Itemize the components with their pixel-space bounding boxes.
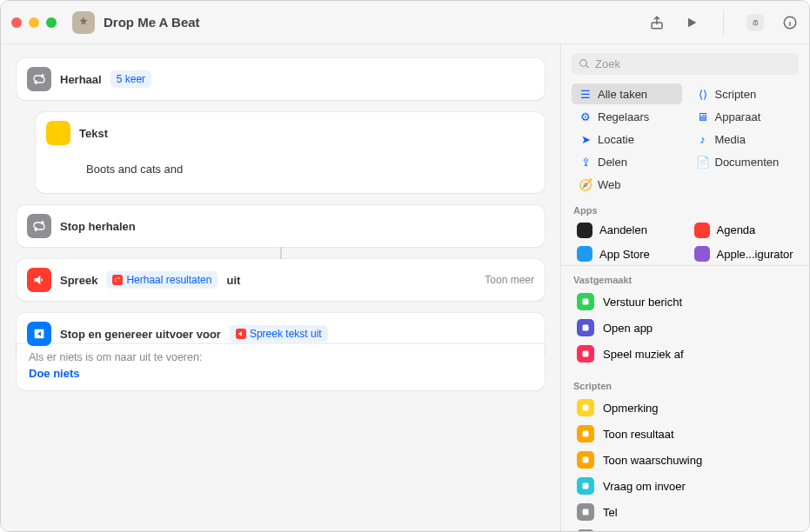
close-window[interactable] [11, 17, 22, 28]
repeat-mini-icon [112, 275, 123, 285]
speak-suffix: uit [226, 274, 240, 287]
action-list-item[interactable]: Toon waarschuwing [572, 447, 799, 473]
search-placeholder: Zoek [595, 57, 620, 70]
action-item-label: Tel [603, 506, 618, 519]
category-item[interactable]: ♪Media [689, 129, 800, 150]
search-input[interactable]: Zoek [572, 53, 799, 75]
action-list-item[interactable]: Vraag om invoer [572, 473, 799, 499]
action-item-icon [577, 345, 594, 362]
app-icon [694, 223, 710, 238]
category-item[interactable]: 🖥Apparaat [689, 106, 800, 127]
app-item[interactable]: Agenda [689, 219, 800, 242]
zoom-window[interactable] [46, 17, 57, 28]
repeat-count-token[interactable]: 5 keer [110, 70, 151, 88]
action-item-label: Verstuur bericht [603, 296, 682, 309]
pinned-header: Vastgemaakt [561, 271, 809, 289]
stop-output-label: Stop en genereer uitvoer voor [60, 328, 221, 341]
app-icon [577, 246, 592, 262]
window-controls [11, 17, 57, 28]
category-label: Apparaat [715, 110, 761, 123]
action-item-label: Opmerking [603, 402, 659, 415]
action-item-label: Toon resultaat [603, 428, 674, 441]
titlebar: Drop Me A Beat [1, 1, 809, 44]
svg-rect-5 [583, 351, 589, 357]
category-item[interactable]: 🧭Web [572, 174, 682, 195]
info-icon[interactable] [781, 14, 799, 31]
app-item[interactable]: Aandelen [572, 219, 682, 242]
category-label: Web [598, 178, 621, 191]
workflow-canvas: Herhaal 5 keer Tekst Boots and cats and [1, 44, 560, 531]
category-label: Documenten [715, 156, 780, 169]
category-label: Scripten [715, 88, 757, 101]
svg-rect-6 [583, 405, 589, 411]
scripts-header: Scripten [561, 377, 809, 395]
text-input[interactable]: Boots and cats and [79, 157, 532, 181]
category-item[interactable]: ☰Alle taken [572, 83, 682, 104]
run-icon[interactable] [683, 14, 700, 31]
app-item[interactable]: App Store [572, 243, 682, 266]
action-list-item[interactable]: Open app [572, 315, 799, 341]
show-more-link[interactable]: Toon meer [485, 274, 534, 286]
speak-variable-token[interactable]: Herhaal resultaten [106, 271, 218, 289]
end-repeat-icon [27, 214, 51, 238]
action-item-icon [577, 293, 594, 310]
action-list-item[interactable]: Speel muziek af [572, 341, 799, 367]
category-item[interactable]: ➤Locatie [572, 129, 682, 150]
action-item-label: Speel muziek af [603, 348, 684, 361]
svg-rect-10 [583, 509, 589, 515]
category-icon: 📄 [696, 155, 710, 169]
minimize-window[interactable] [29, 17, 39, 28]
action-item-icon [577, 451, 594, 469]
flow-connector [17, 247, 545, 259]
repeat-icon [27, 67, 51, 91]
toolbar-divider [723, 10, 724, 36]
category-icon: ⚙︎ [579, 110, 592, 123]
category-item[interactable]: ⟨⟩Scripten [689, 83, 800, 104]
repeat-label: Herhaal [60, 73, 102, 86]
svg-rect-7 [583, 431, 589, 437]
action-list-item[interactable]: Tel [572, 499, 799, 525]
category-label: Delen [598, 156, 627, 169]
app-label: App Store [599, 248, 650, 261]
share-icon[interactable] [648, 14, 666, 31]
app-icon [694, 246, 710, 262]
action-list-item[interactable]: Kies uit menu [572, 525, 799, 531]
text-icon [46, 121, 70, 145]
category-item[interactable]: 📄Documenten [689, 151, 800, 172]
stop-variable-token[interactable]: Spreek tekst uit [230, 325, 328, 342]
svg-rect-3 [583, 299, 589, 305]
category-item[interactable]: ⇪Delen [572, 151, 682, 172]
speak-icon [27, 268, 51, 292]
library-add-icon[interactable] [746, 14, 764, 31]
action-end-repeat[interactable]: Stop herhalen [17, 205, 545, 247]
action-item-icon [577, 319, 594, 336]
svg-rect-8 [583, 457, 589, 463]
app-item[interactable]: Apple...igurator [689, 243, 800, 266]
category-label: Regelaars [598, 110, 649, 123]
action-item-icon [577, 503, 594, 521]
category-icon: ☰ [579, 87, 592, 101]
do-nothing-option[interactable]: Doe niets [17, 367, 545, 390]
scripts-list: OpmerkingToon resultaatToon waarschuwing… [561, 395, 809, 531]
shortcut-icon [72, 11, 95, 34]
category-label: Alle taken [598, 88, 647, 101]
category-grid: ☰Alle taken⟨⟩Scripten⚙︎Regelaars🖥Apparaa… [561, 83, 809, 202]
category-icon: 🧭 [579, 177, 592, 191]
category-icon: ⇪ [579, 155, 592, 169]
action-speak[interactable]: Spreek Herhaal resultaten uit Toon meer [17, 259, 545, 301]
category-item[interactable]: ⚙︎Regelaars [572, 106, 682, 127]
app-label: Aandelen [599, 223, 647, 236]
action-item-icon [577, 477, 594, 495]
app-icon [577, 223, 592, 238]
action-text[interactable]: Tekst Boots and cats and [36, 112, 545, 193]
action-list-item[interactable]: Toon resultaat [572, 421, 799, 447]
action-repeat[interactable]: Herhaal 5 keer [17, 58, 545, 100]
action-list-item[interactable]: Verstuur bericht [572, 289, 799, 315]
action-item-label: Vraag om invoer [603, 480, 686, 493]
stop-output-icon [27, 322, 51, 346]
category-label: Media [715, 133, 746, 146]
category-icon: 🖥 [696, 110, 710, 123]
action-item-label: Toon waarschuwing [603, 454, 702, 467]
action-list-item[interactable]: Opmerking [572, 395, 799, 421]
category-icon: ➤ [579, 132, 592, 146]
